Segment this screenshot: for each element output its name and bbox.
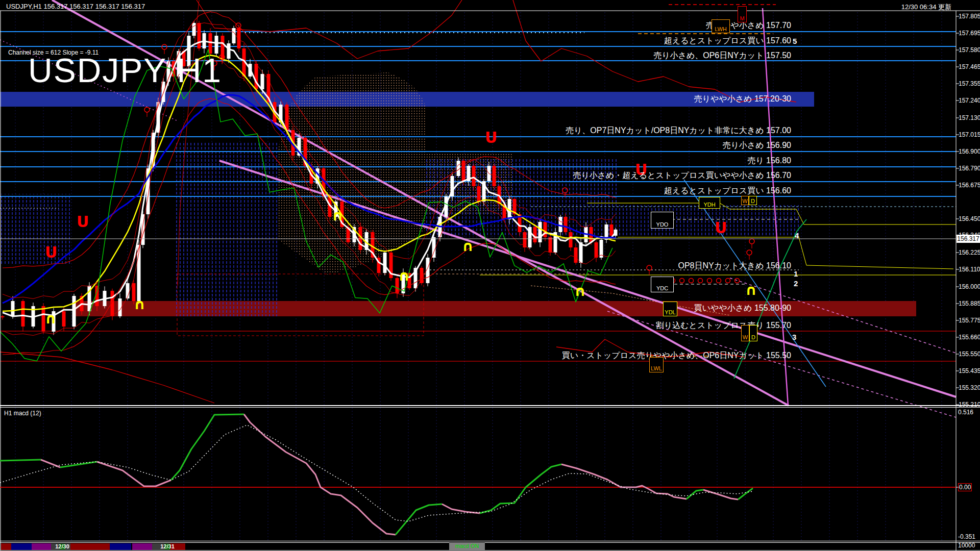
trading-chart-window: UUUUU∩∩∩∩∩∩∩ USDJPY,H1 156.317 156.317 1… (0, 0, 980, 551)
timeline-date-12-30: 12/30 (55, 543, 69, 549)
price-axis-label: 156.900 (959, 148, 980, 155)
sell-signal-icon: U (715, 219, 727, 237)
buy-signal-icon: ∩ (574, 283, 586, 299)
price-axis-label: 157.015 (959, 131, 980, 138)
sell-signal-icon: U (485, 129, 497, 146)
level-annotation-155.70[interactable]: 割り込むとストップロス売り 155.70 (656, 320, 791, 331)
price-axis-label: 155.660 (959, 334, 980, 341)
sell-signal-icon: U (45, 243, 57, 261)
buy-signal-icon: ∩ (745, 282, 757, 298)
price-axis-label: 156.790 (959, 165, 980, 172)
macd-min-value: -0.351 (958, 533, 975, 540)
pivot-box-d[interactable]: D (749, 325, 757, 341)
level-annotation-157.50[interactable]: 売り小さめ、OP6日NYカット 157.50 (653, 51, 791, 61)
level-annotation-157.20-30[interactable]: 売りやや小さめ 157.20-30 (694, 94, 791, 105)
pivot-box-w[interactable]: W (741, 325, 749, 341)
pivot-box-d[interactable]: D (749, 196, 757, 205)
buy-signal-icon: ∩ (45, 310, 57, 327)
pivot-box-ydh[interactable]: YDH (699, 197, 720, 209)
last-update-timestamp: 12/30 06:34 更新 (901, 3, 951, 12)
level-annotation-157.60[interactable]: 超えるとストップロス買い 157.60 (664, 36, 791, 46)
level-annotation-156.60[interactable]: 超えるとストップロス買い 156.60 (664, 186, 791, 196)
timeline-date-12-31: 12/31 (160, 543, 175, 549)
level-annotation-156.80[interactable]: 売り 156.80 (747, 156, 791, 166)
price-axis-label: 155.775 (959, 317, 980, 324)
price-axis-label: 157.465 (959, 63, 980, 70)
level-annotation-156.70[interactable]: 売り小さめ・超えるとストップロス買いやや小さめ 156.70 (573, 170, 791, 181)
macd-toggle-button[interactable]: macd ON (449, 542, 485, 550)
macd-zero-value: 0.00 (958, 483, 972, 491)
symbol-watermark: USDJPY H1 (28, 51, 222, 90)
price-axis-label: 157.240 (959, 97, 980, 104)
price-axis-label: 155.885 (959, 300, 980, 307)
price-axis-label: 155.550 (959, 350, 980, 358)
channel-line-number-5: 5 (793, 37, 797, 45)
level-annotation-156.90[interactable]: 売り小さめ 156.90 (722, 140, 791, 151)
channel-line-number-4: 4 (795, 231, 799, 240)
price-axis-label: 156.450 (959, 215, 980, 222)
price-axis-label: 157.805 (959, 13, 980, 20)
volume-value: 10000 (958, 542, 975, 549)
channel-line-number-1: 1 (794, 269, 798, 278)
price-axis-label: 155.435 (959, 367, 980, 374)
price-axis-label: 155.320 (959, 384, 980, 391)
pivot-box-ydl[interactable]: YDL (663, 302, 677, 316)
level-annotation-155.80-90[interactable]: 買いやや小さめ 155.80-90 (694, 303, 791, 314)
buy-signal-icon: ∩ (398, 267, 410, 284)
channel-line-number-3: 3 (792, 333, 796, 341)
buy-signal-icon: ∩ (134, 296, 145, 313)
buy-signal-icon: ∩ (462, 238, 474, 255)
price-axis-label: 157.580 (959, 46, 980, 54)
macd-indicator-label: H1 macd (12) (4, 410, 41, 417)
level-annotation-156.10[interactable]: OP8日NYカット大きめ 156.10 (678, 261, 792, 271)
pivot-box-m[interactable]: M (738, 6, 747, 22)
price-axis-label: 155.210 (959, 401, 980, 408)
pivot-box-lwl[interactable]: LWL (649, 357, 664, 372)
current-price-box: 156.317 (957, 235, 980, 243)
sell-signal-icon: U (77, 213, 89, 231)
channel-line-number-2: 2 (794, 279, 798, 288)
price-axis-label: 157.355 (959, 80, 980, 87)
pivot-box-ydo[interactable]: YDO (651, 212, 674, 229)
price-axis-label: 156.110 (959, 266, 980, 273)
level-annotation-155.50[interactable]: 買い・ストップロス売りやや小さめ、OP6日NYカット 155.50 (562, 350, 791, 361)
price-axis-label: 156.225 (959, 249, 980, 256)
pivot-box-lwh[interactable]: LWH (712, 19, 730, 33)
pivot-box-ydc[interactable]: YDC (651, 277, 674, 292)
macd-max-value: 0.516 (958, 409, 973, 416)
price-axis-label: 157.130 (959, 114, 980, 121)
price-axis-label: 156.000 (959, 283, 980, 290)
price-axis-label: 156.675 (959, 182, 980, 189)
level-annotation-157.00[interactable]: 売り、OP7日NYカット/OP8日NYカット非常に大きめ 157.00 (566, 126, 791, 136)
pivot-box-w[interactable]: W (741, 196, 749, 205)
buy-signal-icon: ∩ (332, 207, 344, 224)
symbol-quote-bar: USDJPY,H1 156.317 156.317 156.317 156.31… (6, 3, 145, 10)
price-axis-label: 157.695 (959, 30, 980, 37)
